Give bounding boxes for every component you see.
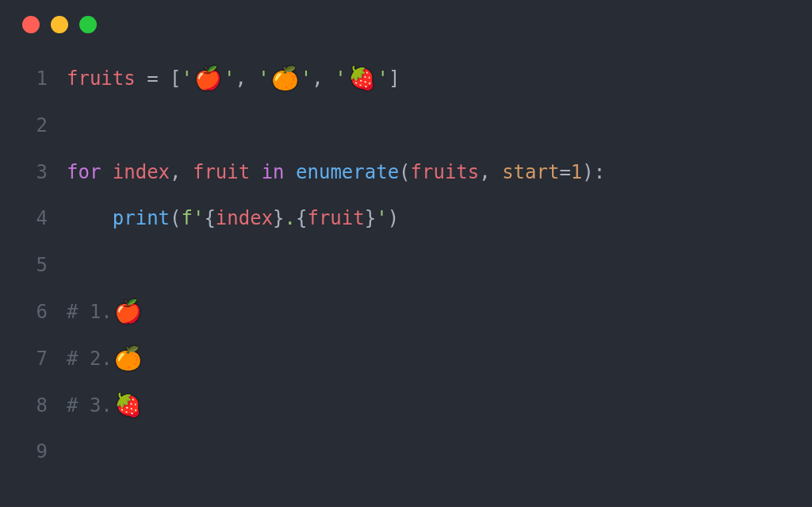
comma: ,: [479, 149, 502, 196]
builtin-enumerate: enumerate: [296, 149, 399, 196]
code-content: # 2.🍊: [67, 336, 144, 382]
comment-hash: #: [67, 382, 90, 429]
string-quote: ': [301, 56, 312, 102]
apple-icon: 🍎: [194, 67, 222, 90]
line-number: 6: [16, 289, 48, 336]
variable-fruits: fruits: [411, 149, 480, 196]
comment-text: 1.: [90, 289, 113, 336]
code-line: 6 # 1.🍎: [16, 289, 796, 336]
string-quote: ': [224, 56, 235, 102]
line-number: 3: [16, 149, 48, 196]
builtin-print: print: [113, 195, 170, 242]
paren: (: [170, 195, 181, 242]
comment-hash: #: [67, 336, 90, 382]
comma: ,: [170, 149, 193, 196]
code-line: 5: [16, 242, 796, 289]
code-line: 7 # 2.🍊: [16, 336, 796, 382]
window-titlebar: [0, 0, 812, 41]
apple-icon: 🍎: [114, 301, 142, 323]
code-content: for index, fruit in enumerate(fruits, st…: [67, 149, 605, 196]
code-line: 3 for index, fruit in enumerate(fruits, …: [16, 149, 796, 196]
brace: {: [204, 195, 215, 242]
string-quote: ': [182, 56, 193, 102]
strawberry-icon: 🍓: [114, 394, 142, 417]
paren: (: [399, 149, 410, 196]
string-quote: ': [335, 56, 346, 102]
indent: [67, 195, 113, 242]
code-content: fruits = ['🍎', '🍊', '🍓']: [67, 56, 400, 102]
string-literal: .: [285, 195, 296, 242]
string-quote: ': [193, 195, 204, 242]
space: [250, 149, 261, 196]
code-editor-window: 1 fruits = ['🍎', '🍊', '🍓'] 2 3 for index…: [0, 0, 812, 507]
brace: }: [273, 195, 284, 242]
line-number: 4: [16, 195, 48, 242]
line-number: 2: [16, 102, 48, 149]
variable-index: index: [113, 149, 170, 196]
colon: :: [594, 149, 605, 196]
space: [285, 149, 296, 196]
line-number: 7: [16, 336, 48, 382]
variable-fruit: fruit: [193, 149, 250, 196]
param-start: start: [502, 149, 559, 196]
comment-hash: #: [67, 289, 90, 336]
code-line: 4 print(f'{index}.{fruit}'): [16, 195, 796, 242]
space: [101, 149, 112, 196]
keyword-in: in: [262, 149, 285, 196]
comment-text: 2.: [90, 336, 113, 382]
code-line: 1 fruits = ['🍎', '🍊', '🍓']: [16, 56, 796, 102]
maximize-icon[interactable]: [79, 16, 97, 33]
brace: }: [365, 195, 376, 242]
paren: ): [388, 195, 399, 242]
code-line: 2: [16, 102, 796, 149]
variable-fruit: fruit: [307, 195, 364, 242]
number-literal: 1: [571, 149, 582, 196]
string-quote: ': [377, 56, 389, 102]
strawberry-icon: 🍓: [348, 67, 376, 90]
orange-icon: 🍊: [271, 67, 299, 90]
keyword-for: for: [67, 149, 101, 196]
comment-text: 3.: [90, 382, 113, 429]
comma: ,: [312, 56, 335, 102]
line-number: 8: [16, 382, 48, 429]
minimize-icon[interactable]: [51, 16, 68, 33]
paren: ): [582, 149, 593, 196]
code-line: 8 # 3.🍓: [16, 382, 796, 429]
string-quote: ': [376, 195, 387, 242]
string-quote: ': [258, 56, 269, 102]
orange-icon: 🍊: [114, 348, 142, 370]
code-area[interactable]: 1 fruits = ['🍎', '🍊', '🍓'] 2 3 for index…: [0, 41, 812, 490]
line-number: 1: [16, 56, 48, 102]
line-number: 5: [16, 242, 48, 289]
brace: {: [296, 195, 307, 242]
variable-name: fruits: [67, 56, 136, 102]
code-content: # 3.🍓: [67, 382, 144, 429]
operator: =: [559, 149, 570, 196]
line-number: 9: [16, 428, 48, 475]
close-icon[interactable]: [22, 16, 40, 33]
code-line: 9: [16, 428, 796, 475]
bracket: [: [170, 56, 181, 102]
bracket: ]: [389, 56, 400, 102]
operator: =: [136, 56, 170, 102]
fstring-prefix: f: [182, 195, 193, 242]
code-content: print(f'{index}.{fruit}'): [67, 195, 399, 242]
variable-index: index: [216, 195, 273, 242]
comma: ,: [235, 56, 258, 102]
code-content: # 1.🍎: [67, 289, 144, 336]
